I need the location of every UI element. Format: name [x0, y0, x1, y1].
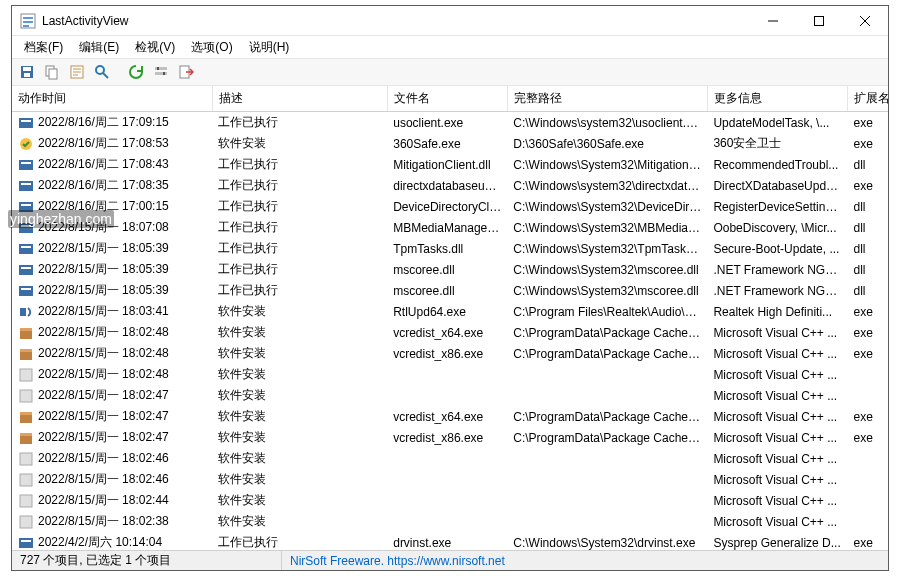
cell-full-path	[507, 448, 707, 469]
cell-full-path: C:\Windows\System32\MBMediaMana...	[507, 217, 707, 238]
svg-rect-37	[20, 351, 32, 360]
table-row[interactable]: 2022/8/15/周一 18:02:47软件安装vcredist_x86.ex…	[12, 427, 888, 448]
maximize-button[interactable]	[796, 6, 842, 36]
cell-description: 工作已执行	[212, 112, 387, 134]
menu-file[interactable]: 档案(F)	[16, 37, 71, 58]
table-row[interactable]: 2022/8/16/周二 17:00:15工作已执行DeviceDirector…	[12, 196, 888, 217]
cell-time-text: 2022/8/15/周一 18:05:39	[38, 261, 169, 278]
col-full-path[interactable]: 完整路径	[507, 86, 707, 112]
cell-time-text: 2022/8/15/周一 18:05:39	[38, 240, 169, 257]
table-row[interactable]: 2022/8/15/周一 18:02:38软件安装Microsoft Visua…	[12, 511, 888, 532]
cell-full-path	[507, 469, 707, 490]
row-icon	[18, 409, 34, 425]
cell-filename: TpmTasks.dll	[387, 238, 507, 259]
svg-rect-47	[20, 495, 32, 507]
cell-more-info: Microsoft Visual C++ ...	[707, 343, 847, 364]
cell-filename	[387, 490, 507, 511]
svg-rect-30	[19, 265, 33, 275]
col-description[interactable]: 描述	[212, 86, 387, 112]
menu-edit[interactable]: 编辑(E)	[71, 37, 127, 58]
cell-extension	[847, 385, 888, 406]
copy-button[interactable]	[41, 61, 63, 83]
menu-view[interactable]: 检视(V)	[127, 37, 183, 58]
cell-extension: exe	[847, 301, 888, 322]
close-icon	[860, 16, 870, 26]
table-row[interactable]: 2022/8/15/周一 18:05:39工作已执行mscoree.dllC:\…	[12, 280, 888, 301]
table-row[interactable]: 2022/8/16/周二 17:08:35工作已执行directxdatabas…	[12, 175, 888, 196]
find-icon	[94, 64, 110, 80]
cell-more-info: UpdateModelTask, \...	[707, 112, 847, 134]
table-row[interactable]: 2022/8/15/周一 18:02:47软件安装vcredist_x64.ex…	[12, 406, 888, 427]
menu-help[interactable]: 说明(H)	[241, 37, 298, 58]
cell-extension: exe	[847, 322, 888, 343]
toolbar	[12, 58, 888, 86]
cell-action-time: 2022/8/15/周一 18:02:48	[12, 364, 212, 385]
cell-description: 软件安装	[212, 469, 387, 490]
table-row[interactable]: 2022/8/16/周二 17:09:15工作已执行usoclient.exeC…	[12, 112, 888, 134]
col-more-info[interactable]: 更多信息	[707, 86, 847, 112]
cell-time-text: 2022/8/16/周二 17:09:15	[38, 114, 169, 131]
cell-time-text: 2022/8/16/周二 17:08:53	[38, 135, 169, 152]
save-icon	[19, 64, 35, 80]
cell-time-text: 2022/8/15/周一 18:02:48	[38, 366, 169, 383]
table-row[interactable]: 2022/8/15/周一 18:02:48软件安装vcredist_x64.ex…	[12, 322, 888, 343]
close-button[interactable]	[842, 6, 888, 36]
cell-time-text: 2022/8/16/周二 17:00:15	[38, 198, 169, 215]
table-row[interactable]: 2022/8/15/周一 18:02:47软件安装Microsoft Visua…	[12, 385, 888, 406]
cell-description: 软件安装	[212, 448, 387, 469]
table-row[interactable]: 2022/8/16/周二 17:08:53软件安装360Safe.exeD:\3…	[12, 133, 888, 154]
table-row[interactable]: 2022/8/15/周一 18:07:08工作已执行MBMediaManager…	[12, 217, 888, 238]
table-row[interactable]: 2022/8/15/周一 18:02:46软件安装Microsoft Visua…	[12, 448, 888, 469]
cell-filename	[387, 385, 507, 406]
cell-time-text: 2022/8/15/周一 18:02:48	[38, 324, 169, 341]
minimize-button[interactable]	[750, 6, 796, 36]
row-icon	[18, 472, 34, 488]
table-row[interactable]: 2022/8/15/周一 18:05:39工作已执行mscoree.dllC:\…	[12, 259, 888, 280]
table-row[interactable]: 2022/8/15/周一 18:02:48软件安装Microsoft Visua…	[12, 364, 888, 385]
cell-extension: dll	[847, 196, 888, 217]
table-row[interactable]: 2022/8/16/周二 17:08:43工作已执行MitigationClie…	[12, 154, 888, 175]
save-button[interactable]	[16, 61, 38, 83]
status-freeware-link[interactable]: NirSoft Freeware. https://www.nirsoft.ne…	[282, 554, 513, 568]
col-extension[interactable]: 扩展名	[847, 86, 888, 112]
table-row[interactable]: 2022/4/2/周六 10:14:04工作已执行drvinst.exeC:\W…	[12, 532, 888, 550]
svg-rect-39	[20, 369, 32, 381]
cell-action-time: 2022/8/16/周二 17:08:35	[12, 175, 212, 196]
row-icon	[18, 325, 34, 341]
menu-options[interactable]: 选项(O)	[183, 37, 240, 58]
row-icon	[18, 535, 34, 551]
cell-more-info: Microsoft Visual C++ ...	[707, 322, 847, 343]
cell-more-info: Microsoft Visual C++ ...	[707, 490, 847, 511]
listview[interactable]: 动作时间 描述 文件名 完整路径 更多信息 扩展名 2022/8/16/周二 1…	[12, 86, 888, 550]
col-action-time[interactable]: 动作时间	[12, 86, 212, 112]
cell-description: 软件安装	[212, 343, 387, 364]
table-row[interactable]: 2022/8/15/周一 18:02:46软件安装Microsoft Visua…	[12, 469, 888, 490]
refresh-button[interactable]	[125, 61, 147, 83]
table-row[interactable]: 2022/8/15/周一 18:05:39工作已执行TpmTasks.dllC:…	[12, 238, 888, 259]
cell-filename: vcredist_x64.exe	[387, 322, 507, 343]
cell-full-path: C:\Windows\System32\mscoree.dll	[507, 280, 707, 301]
table-row[interactable]: 2022/8/15/周一 18:03:41软件安装RtlUpd64.exeC:\…	[12, 301, 888, 322]
table-row[interactable]: 2022/8/15/周一 18:02:48软件安装vcredist_x86.ex…	[12, 343, 888, 364]
cell-description: 工作已执行	[212, 280, 387, 301]
svg-rect-26	[19, 223, 33, 233]
cell-description: 工作已执行	[212, 259, 387, 280]
row-icon	[18, 241, 34, 257]
cell-action-time: 2022/8/15/周一 18:05:39	[12, 238, 212, 259]
cell-filename	[387, 448, 507, 469]
col-filename[interactable]: 文件名	[387, 86, 507, 112]
options-button[interactable]	[150, 61, 172, 83]
properties-button[interactable]	[66, 61, 88, 83]
svg-rect-44	[20, 433, 32, 436]
svg-rect-17	[19, 118, 33, 128]
cell-action-time: 2022/8/15/周一 18:05:39	[12, 259, 212, 280]
cell-full-path: C:\Program Files\Realtek\Audio\HDA\R...	[507, 301, 707, 322]
cell-filename: vcredist_x86.exe	[387, 343, 507, 364]
cell-filename: usoclient.exe	[387, 112, 507, 134]
cell-time-text: 2022/8/15/周一 18:07:08	[38, 219, 169, 236]
find-button[interactable]	[91, 61, 113, 83]
table-row[interactable]: 2022/8/15/周一 18:02:44软件安装Microsoft Visua…	[12, 490, 888, 511]
cell-full-path: C:\ProgramData\Package Cache\{e1daf...	[507, 322, 707, 343]
cell-extension: dll	[847, 259, 888, 280]
exit-button[interactable]	[175, 61, 197, 83]
